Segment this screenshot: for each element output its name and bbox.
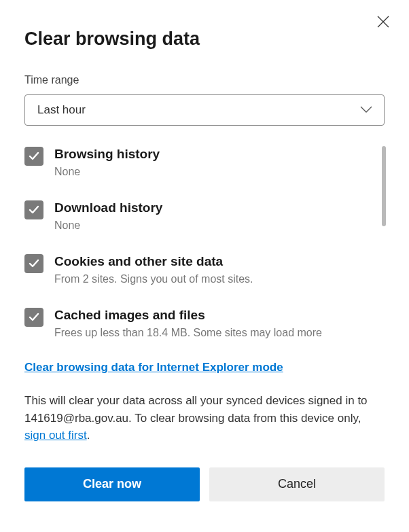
check-icon: [28, 258, 40, 270]
checkbox-download-history[interactable]: [24, 200, 43, 219]
time-range-label: Time range: [24, 74, 385, 86]
option-desc: None: [54, 218, 371, 233]
options-list: Browsing history None Download history N…: [24, 146, 385, 340]
scrollbar-thumb[interactable]: [382, 146, 386, 226]
option-desc: None: [54, 164, 371, 179]
clear-browsing-data-dialog: Clear browsing data Time range Last hour…: [0, 0, 409, 532]
check-icon: [28, 150, 40, 162]
option-title: Download history: [54, 200, 371, 217]
chevron-down-icon: [359, 103, 373, 117]
option-cookies: Cookies and other site data From 2 sites…: [24, 253, 385, 287]
dialog-buttons: Clear now Cancel: [24, 467, 385, 501]
option-browsing-history: Browsing history None: [24, 146, 385, 179]
option-desc: From 2 sites. Signs you out of most site…: [54, 272, 371, 287]
option-title: Cached images and files: [54, 307, 371, 324]
option-cached-images: Cached images and files Frees up less th…: [24, 307, 385, 340]
time-range-select[interactable]: Last hour: [24, 94, 385, 126]
checkbox-browsing-history[interactable]: [24, 147, 43, 166]
dialog-title: Clear browsing data: [24, 29, 385, 50]
cancel-button[interactable]: Cancel: [209, 467, 385, 501]
checkbox-cookies[interactable]: [24, 254, 43, 273]
sign-out-link[interactable]: sign out first: [24, 427, 87, 444]
check-icon: [28, 311, 40, 323]
checkbox-cached-images[interactable]: [24, 308, 43, 327]
info-prefix: This will clear your data across all you…: [24, 394, 368, 425]
time-range-value: Last hour: [37, 103, 86, 117]
option-title: Browsing history: [54, 146, 371, 163]
sync-info-text: This will clear your data across all you…: [24, 392, 385, 444]
close-button[interactable]: [372, 11, 394, 33]
info-suffix: .: [87, 429, 90, 442]
close-icon: [377, 16, 389, 28]
option-desc: Frees up less than 18.4 MB. Some sites m…: [54, 325, 371, 340]
clear-now-button[interactable]: Clear now: [24, 467, 200, 501]
check-icon: [28, 204, 40, 216]
option-title: Cookies and other site data: [54, 253, 371, 270]
option-download-history: Download history None: [24, 200, 385, 233]
ie-mode-link[interactable]: Clear browsing data for Internet Explore…: [24, 361, 283, 374]
